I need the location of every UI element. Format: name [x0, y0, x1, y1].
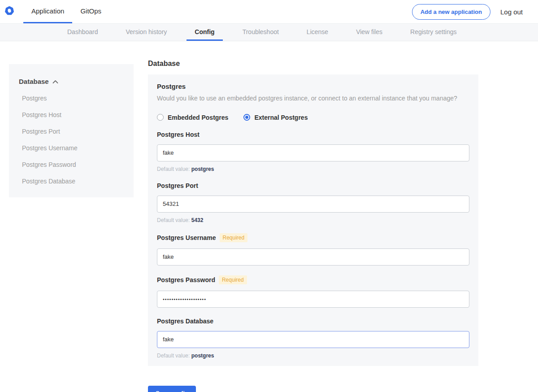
- logo-icon: [4, 6, 14, 17]
- field-postgres-port: Postgres Port Default value: 5432: [157, 182, 469, 223]
- postgres-host-input[interactable]: [157, 144, 469, 161]
- field-label: Postgres Port: [157, 182, 198, 189]
- field-label: Postgres Username: [157, 234, 216, 241]
- radio-selected-icon: [243, 114, 250, 121]
- subnav-item-version-history[interactable]: Version history: [118, 24, 175, 41]
- radio-embedded-postgres[interactable]: Embedded Postgres: [157, 114, 228, 121]
- subnav-item-view-files[interactable]: View files: [348, 24, 390, 41]
- postgres-username-input[interactable]: [157, 248, 469, 266]
- group-label: Postgres: [157, 83, 469, 90]
- sidebar-group-label: Database: [19, 78, 49, 85]
- sidebar-item-postgres-password[interactable]: Postgres Password: [19, 161, 124, 168]
- sidebar-group-database[interactable]: Database: [19, 78, 124, 85]
- logout-link[interactable]: Log out: [500, 8, 523, 16]
- sidebar-item-postgres-database[interactable]: Postgres Database: [19, 178, 124, 185]
- postgres-database-input[interactable]: [157, 331, 469, 348]
- chevron-up-icon: [52, 78, 58, 85]
- topbar: Application GitOps Add a new application…: [0, 0, 538, 23]
- field-postgres-password: Postgres Password Required: [157, 275, 469, 308]
- sidebar-item-postgres-username[interactable]: Postgres Username: [19, 144, 124, 152]
- config-group-panel: Postgres Would you like to use an embedd…: [148, 74, 478, 366]
- sidebar-item-list: Postgres Postgres Host Postgres Port Pos…: [19, 95, 124, 185]
- radio-external-label: External Postgres: [254, 114, 308, 121]
- group-help-text: Would you like to use an embedded postgr…: [157, 94, 469, 103]
- field-postgres-database: Postgres Database Default value: postgre…: [157, 318, 469, 359]
- postgres-type-radio-group: Embedded Postgres External Postgres: [157, 114, 469, 121]
- field-label: Postgres Host: [157, 131, 200, 138]
- config-main: Database Postgres Would you like to use …: [148, 60, 478, 392]
- subnav-item-dashboard[interactable]: Dashboard: [59, 24, 106, 41]
- add-application-button[interactable]: Add a new application: [412, 4, 490, 20]
- postgres-port-input[interactable]: [157, 196, 469, 213]
- tab-application[interactable]: Application: [23, 0, 72, 23]
- config-sidebar: Database Postgres Postgres Host Postgres…: [9, 64, 134, 197]
- sidebar-item-postgres[interactable]: Postgres: [19, 95, 124, 102]
- subnav-item-troubleshoot[interactable]: Troubleshoot: [234, 24, 287, 41]
- tab-gitops[interactable]: GitOps: [72, 0, 109, 23]
- default-value: postgres: [191, 166, 214, 172]
- required-badge: Required: [219, 275, 247, 284]
- field-label: Postgres Database: [157, 318, 213, 325]
- default-value-helper: Default value: 5432: [157, 217, 469, 223]
- default-value-helper: Default value: postgres: [157, 166, 469, 172]
- field-postgres-host: Postgres Host Default value: postgres: [157, 131, 469, 172]
- subnav-item-registry-settings[interactable]: Registry settings: [402, 24, 464, 41]
- topbar-actions: Add a new application Log out: [412, 0, 538, 23]
- required-badge: Required: [220, 233, 248, 242]
- radio-embedded-label: Embedded Postgres: [168, 114, 228, 121]
- subnav-item-license[interactable]: License: [299, 24, 336, 41]
- default-value: 5432: [191, 217, 204, 223]
- sidebar-item-postgres-port[interactable]: Postgres Port: [19, 128, 124, 135]
- save-config-button[interactable]: Save config: [148, 386, 196, 392]
- radio-external-postgres[interactable]: External Postgres: [243, 114, 308, 121]
- default-value-helper: Default value: postgres: [157, 353, 469, 359]
- field-label: Postgres Password: [157, 276, 215, 283]
- subnav-item-config[interactable]: Config: [187, 24, 222, 41]
- field-postgres-username: Postgres Username Required: [157, 233, 469, 266]
- postgres-password-input[interactable]: [157, 291, 469, 308]
- default-value: postgres: [191, 353, 214, 359]
- app-logo: [4, 0, 23, 23]
- page-title: Database: [148, 60, 478, 68]
- sidebar-item-postgres-host[interactable]: Postgres Host: [19, 111, 124, 118]
- radio-unselected-icon: [157, 114, 164, 121]
- app-subnav: Dashboard Version history Config Trouble…: [0, 23, 538, 41]
- config-content: Database Postgres Postgres Host Postgres…: [0, 41, 538, 392]
